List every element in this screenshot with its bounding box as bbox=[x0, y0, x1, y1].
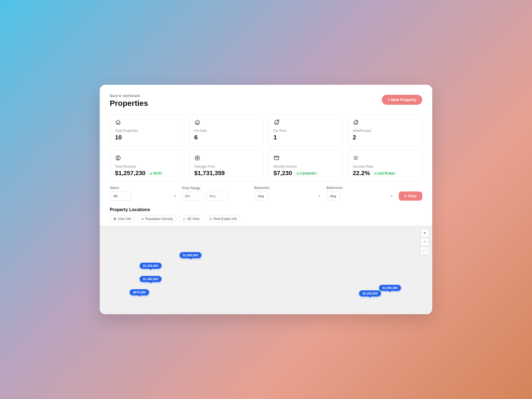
for-sale-label: For Sale bbox=[194, 129, 259, 133]
filters-row: Status All For Sale For Rent Sold Price … bbox=[110, 186, 422, 201]
average-price-value: $1,731,359 bbox=[194, 170, 259, 177]
total-revenue-value: $1,257,230 ▲ 22.2% bbox=[115, 170, 179, 177]
success-badge: ▲ Last 30 days bbox=[372, 171, 397, 175]
map-controls: + − ⛶ bbox=[421, 229, 429, 255]
revenue-icon bbox=[115, 155, 179, 162]
stat-total-revenue: Total Revenue $1,257,230 ▲ 22.2% bbox=[110, 150, 185, 181]
home-icon bbox=[115, 119, 179, 127]
stat-average-price: Average Price $1,731,359 bbox=[189, 150, 264, 181]
tag-civic-info[interactable]: 🏛 Civic Info bbox=[110, 216, 135, 222]
map-container[interactable]: BRITISH COLUMBIA ALBERTA SASKATCHEWAN Ca… bbox=[100, 226, 432, 314]
price-range-label: Price Range bbox=[182, 186, 251, 190]
price-marker-4[interactable]: $1,650,000 bbox=[180, 252, 201, 258]
bathrooms-filter-group: Bathrooms Any 1 2 3+ bbox=[326, 186, 395, 201]
monthly-income-value: $7,230 ▲ 1 properties bbox=[273, 170, 338, 177]
status-label: Status bbox=[110, 186, 179, 190]
stat-sold-rented: Sold/Rented 2 bbox=[347, 114, 422, 146]
population-density-icon: ✕ bbox=[141, 217, 144, 221]
bedrooms-select-wrapper: Any 1 2 3 4+ bbox=[254, 191, 323, 201]
zoom-out-button[interactable]: − bbox=[421, 238, 429, 246]
bedrooms-filter-group: Bedrooms Any 1 2 3 4+ bbox=[254, 186, 323, 201]
expand-button[interactable]: ⛶ bbox=[421, 247, 429, 255]
price-marker-1[interactable]: $1,250,000 bbox=[140, 263, 162, 269]
for-rent-icon bbox=[273, 119, 338, 127]
for-sale-icon bbox=[194, 119, 259, 127]
stat-for-sale: For Sale 6 bbox=[189, 114, 264, 146]
price-marker-6[interactable]: $1,000,000 bbox=[379, 285, 401, 291]
new-property-button[interactable]: + New Property bbox=[382, 95, 422, 105]
stats-row-2: Total Revenue $1,257,230 ▲ 22.2% Average… bbox=[110, 150, 422, 181]
zoom-in-button[interactable]: + bbox=[421, 229, 429, 237]
price-marker-3[interactable]: $875,000 bbox=[130, 289, 149, 295]
bedrooms-select[interactable]: Any 1 2 3 4+ bbox=[254, 191, 268, 201]
price-range-filter-group: Price Range bbox=[182, 186, 251, 201]
3d-view-icon: ⬡ bbox=[183, 217, 186, 221]
total-properties-value: 10 bbox=[115, 134, 179, 141]
status-select-wrapper: All For Sale For Rent Sold bbox=[110, 191, 179, 201]
real-estate-info-icon: ⊙ bbox=[209, 217, 212, 221]
success-rate-icon bbox=[353, 155, 417, 162]
map-tags-row: 🏛 Civic Info ✕ Population Density ⬡ 3D V… bbox=[110, 216, 422, 222]
status-select[interactable]: All For Sale For Rent Sold bbox=[110, 191, 131, 201]
stat-for-rent: For Rent 1 bbox=[268, 114, 343, 146]
map-section-title: Property Locations bbox=[110, 207, 422, 212]
stats-row-1: Total Properties 10 For Sale 6 For Rent … bbox=[110, 114, 422, 146]
for-sale-value: 6 bbox=[194, 134, 259, 141]
page-title: Properties bbox=[110, 99, 422, 108]
price-marker-2[interactable]: $1,450,000 bbox=[140, 276, 162, 282]
sold-rented-value: 2 bbox=[353, 134, 417, 141]
stat-success-rate: Success Rate 22.2% ▲ Last 30 days bbox=[347, 150, 422, 181]
bathrooms-select-wrapper: Any 1 2 3+ bbox=[326, 191, 395, 201]
price-range-inputs bbox=[182, 192, 251, 201]
sold-rented-icon bbox=[353, 119, 417, 127]
total-revenue-label: Total Revenue bbox=[115, 165, 179, 168]
tag-real-estate-info[interactable]: ⊙ Real Estate Info bbox=[206, 216, 241, 222]
civic-info-icon: 🏛 bbox=[113, 217, 116, 221]
monthly-income-label: Monthly Income bbox=[273, 165, 338, 168]
price-marker-5[interactable]: $2,250,000 bbox=[359, 290, 381, 296]
success-rate-value: 22.2% ▲ Last 30 days bbox=[353, 170, 417, 177]
revenue-badge: ▲ 22.2% bbox=[148, 171, 163, 175]
back-link[interactable]: Back to dashboard bbox=[110, 94, 422, 98]
sold-rented-label: Sold/Rented bbox=[353, 129, 417, 133]
stat-monthly-income: Monthly Income $7,230 ▲ 1 properties bbox=[268, 150, 343, 181]
income-badge: ▲ 1 properties bbox=[294, 171, 318, 175]
bathrooms-select[interactable]: Any 1 2 3+ bbox=[326, 191, 340, 201]
svg-point-7 bbox=[354, 157, 357, 159]
filter-icon: ▾ bbox=[404, 194, 406, 198]
svg-point-2 bbox=[278, 120, 279, 121]
main-card: Back to dashboard Properties + New Prope… bbox=[100, 85, 432, 314]
bathrooms-label: Bathrooms bbox=[326, 186, 395, 190]
filter-button[interactable]: ▾ Filter bbox=[399, 191, 422, 201]
tag-population-density[interactable]: ✕ Population Density bbox=[138, 216, 177, 222]
bedrooms-label: Bedrooms bbox=[254, 186, 323, 190]
price-min-input[interactable] bbox=[182, 192, 204, 201]
price-max-input[interactable] bbox=[206, 192, 229, 201]
total-properties-label: Total Properties bbox=[115, 129, 179, 133]
monthly-income-icon bbox=[273, 155, 338, 162]
average-price-label: Average Price bbox=[194, 165, 259, 168]
success-rate-label: Success Rate bbox=[353, 165, 417, 168]
svg-rect-6 bbox=[274, 156, 279, 160]
stat-total-properties: Total Properties 10 bbox=[110, 114, 185, 146]
for-rent-label: For Rent bbox=[273, 129, 338, 133]
status-filter-group: Status All For Sale For Rent Sold bbox=[110, 186, 179, 201]
avg-price-icon bbox=[194, 155, 259, 162]
for-rent-value: 1 bbox=[273, 134, 338, 141]
tag-3d-view[interactable]: ⬡ 3D View bbox=[179, 216, 203, 222]
